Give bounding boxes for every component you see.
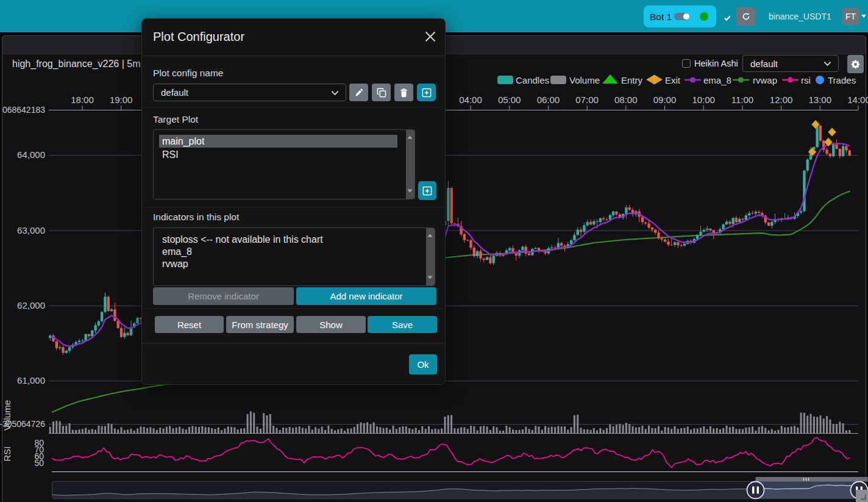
svg-text:06:00: 06:00 [537, 95, 560, 105]
svg-text:50: 50 [34, 458, 44, 468]
svg-text:08:00: 08:00 [614, 95, 638, 105]
svg-text:14:00: 14:00 [847, 95, 868, 105]
svg-text:04:00: 04:00 [459, 95, 482, 105]
svg-text:62,000: 62,000 [17, 300, 45, 310]
svg-text:068642183: 068642183 [2, 105, 45, 115]
svg-text:10:00: 10:00 [692, 95, 715, 105]
svg-text:11:00: 11:00 [731, 95, 753, 105]
svg-text:Volume: Volume [2, 400, 12, 431]
svg-text:Volume: Volume [569, 75, 600, 85]
svg-text:Trades: Trades [828, 75, 856, 85]
svg-text:09:00: 09:00 [653, 95, 677, 105]
svg-text:rvwap: rvwap [753, 75, 777, 85]
svg-text:07:00: 07:00 [575, 95, 599, 105]
svg-text:Candles: Candles [516, 75, 549, 85]
svg-text:Exit: Exit [665, 75, 681, 85]
svg-text:05:00: 05:00 [498, 95, 521, 105]
svg-text:high_frog_binance_v226 | 5m: high_frog_binance_v226 | 5m [12, 59, 141, 70]
svg-text:12:00: 12:00 [770, 95, 793, 105]
svg-text:61,000: 61,000 [17, 375, 45, 385]
svg-text:13:00: 13:00 [809, 95, 832, 105]
svg-text:Entry: Entry [621, 75, 643, 85]
svg-text:RSI: RSI [2, 446, 12, 461]
svg-text:ema_8: ema_8 [703, 75, 731, 85]
svg-text:18:00: 18:00 [71, 95, 94, 105]
svg-text:63,000: 63,000 [17, 225, 45, 235]
svg-text:19:00: 19:00 [110, 95, 133, 105]
svg-text:rsi: rsi [801, 75, 811, 85]
svg-text:64,000: 64,000 [17, 149, 45, 160]
